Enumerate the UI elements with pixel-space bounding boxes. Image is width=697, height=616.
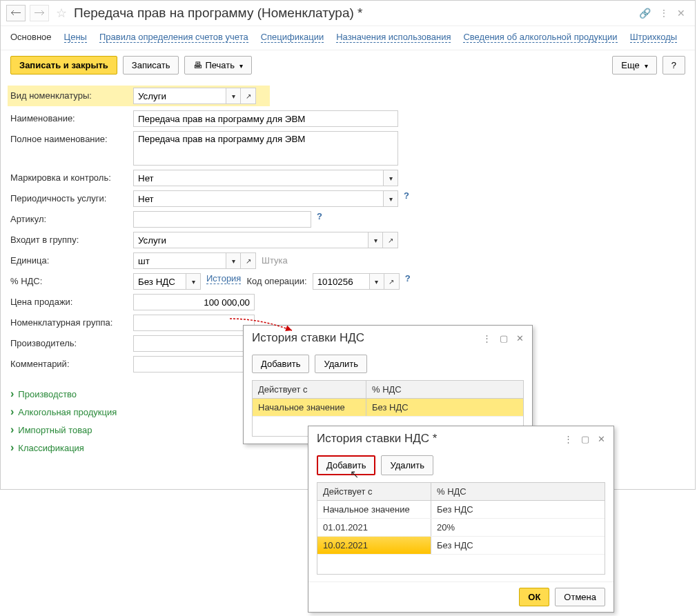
maximize-icon[interactable]: ▢ (500, 333, 508, 344)
dropdown-icon[interactable]: ▾ (383, 170, 398, 186)
group-input[interactable] (133, 232, 368, 248)
dropdown-icon[interactable]: ▾ (226, 252, 241, 269)
row-marking: Маркировка и контроль: ▾ (10, 170, 685, 186)
nomen-group-input[interactable] (133, 315, 255, 331)
dropdown-icon[interactable]: ▾ (368, 232, 383, 248)
manufacturer-label: Производитель: (10, 335, 128, 348)
caret-icon (237, 60, 243, 70)
help-icon[interactable]: ? (405, 273, 411, 284)
cell: 01.01.2021 (317, 519, 431, 536)
periodicity-input[interactable] (133, 190, 383, 207)
dropdown-icon[interactable]: ▾ (383, 190, 398, 207)
popup2-add-button[interactable]: Добавить (317, 455, 375, 475)
printer-icon: 🖶 (193, 60, 202, 70)
popup2-delete-button[interactable]: Удалить (381, 455, 433, 475)
marking-input[interactable] (133, 170, 383, 186)
cell: Без НДС (366, 399, 523, 416)
help-button[interactable]: ? (662, 56, 685, 74)
tab-alcohol[interactable]: Сведения об алкогольной продукции (463, 32, 617, 43)
back-button[interactable]: 🡐 (6, 5, 26, 21)
tab-accounts[interactable]: Правила определения счетов учета (99, 32, 248, 43)
row-periodicity: Периодичность услуги: ▾ ? (10, 190, 685, 207)
save-button[interactable]: Записать (123, 56, 179, 74)
close-icon[interactable]: ✕ (677, 8, 685, 19)
popup1-row-initial[interactable]: Начальное значение Без НДС (253, 399, 523, 417)
favorite-icon[interactable]: ☆ (56, 6, 67, 21)
popup1-col-from[interactable]: Действует с (253, 381, 366, 398)
tab-bar: Основное Цены Правила определения счетов… (1, 26, 695, 50)
popup2-grid: Действует с % НДС Начальное значение Без… (317, 482, 605, 575)
full-name-label: Полное наименование: (10, 131, 128, 144)
help-icon[interactable]: ? (317, 211, 322, 221)
tab-specs[interactable]: Спецификации (261, 32, 324, 43)
popup2-row[interactable]: Начальное значение Без НДС (317, 501, 605, 519)
nomen-type-label: Вид номенклатуры: (10, 88, 128, 101)
article-input[interactable] (133, 211, 311, 228)
row-sale-price: Цена продажи: (10, 294, 685, 310)
unit-input[interactable] (133, 252, 226, 269)
cell: 20% (431, 519, 605, 536)
group-label: Входит в группу: (10, 232, 128, 245)
tab-usage[interactable]: Назначения использования (336, 32, 451, 43)
history-link[interactable]: История (206, 273, 241, 284)
popup1-add-button[interactable]: Добавить (252, 355, 309, 373)
popup2-col-vat[interactable]: % НДС (431, 483, 605, 500)
dropdown-icon[interactable]: ▾ (186, 273, 201, 290)
cell: 10.02.2021 (317, 537, 431, 554)
vat-history-popup-2: История ставки НДС * ⋮ ▢ ✕ Добавить Удал… (308, 426, 614, 613)
name-label: Наименование: (10, 110, 128, 123)
cell: Без НДС (431, 501, 605, 518)
popup1-delete-button[interactable]: Удалить (315, 355, 367, 373)
row-nomen-type: Вид номенклатуры: ▾ ↗ (8, 86, 270, 106)
row-name: Наименование: (10, 110, 685, 127)
comment-label: Комментарий: (10, 356, 128, 369)
sale-price-input[interactable] (133, 294, 255, 310)
help-icon[interactable]: ? (404, 190, 409, 201)
full-name-input[interactable] (133, 131, 398, 166)
popup2-row[interactable]: 10.02.2021 Без НДС (317, 537, 605, 555)
popup2-ok-button[interactable]: ОК (519, 588, 549, 606)
close-icon[interactable]: ✕ (516, 333, 524, 344)
maximize-icon[interactable]: ▢ (581, 434, 589, 444)
popup2-cancel-button[interactable]: Отмена (555, 588, 605, 606)
cell: Начальное значение (317, 501, 431, 518)
popup2-col-from[interactable]: Действует с (317, 483, 431, 500)
tab-barcodes[interactable]: Штрихкоды (630, 32, 678, 43)
nomen-type-input[interactable] (133, 88, 226, 104)
print-button[interactable]: 🖶 Печать (184, 56, 252, 74)
vat-input[interactable] (133, 273, 186, 290)
close-icon[interactable]: ✕ (598, 434, 605, 444)
more-button[interactable]: Еще (612, 56, 656, 74)
open-ref-icon[interactable]: ↗ (383, 232, 398, 248)
popup1-col-vat[interactable]: % НДС (366, 381, 523, 398)
dropdown-icon[interactable]: ▾ (226, 88, 241, 104)
save-close-button[interactable]: Записать и закрыть (10, 56, 117, 74)
open-ref-icon[interactable]: ↗ (241, 88, 256, 104)
print-label: Печать (205, 60, 235, 70)
nomen-group-label: Номенклатурная группа: (10, 315, 128, 328)
open-ref-icon[interactable]: ↗ (384, 273, 400, 290)
forward-button[interactable]: 🡒 (30, 5, 49, 21)
caret-icon (642, 60, 648, 70)
tab-main[interactable]: Основное (10, 32, 52, 43)
row-article: Артикул: ? (10, 211, 685, 228)
menu-icon[interactable]: ⋮ (482, 333, 491, 344)
op-code-input[interactable] (313, 273, 369, 290)
menu-icon[interactable]: ⋮ (659, 8, 669, 19)
popup2-row[interactable]: 01.01.2021 20% (317, 519, 605, 537)
article-label: Артикул: (10, 211, 128, 224)
sale-price-label: Цена продажи: (10, 294, 128, 307)
dropdown-icon[interactable]: ▾ (369, 273, 384, 290)
more-label: Еще (621, 60, 639, 70)
comment-input[interactable] (133, 356, 255, 372)
name-input[interactable] (133, 110, 398, 127)
periodicity-label: Периодичность услуги: (10, 190, 128, 203)
tab-prices[interactable]: Цены (64, 32, 87, 43)
header-bar: 🡐 🡒 ☆ Передача прав на программу (Номенк… (1, 1, 695, 26)
open-ref-icon[interactable]: ↗ (241, 252, 256, 269)
menu-icon[interactable]: ⋮ (564, 434, 573, 444)
unit-label: Единица: (10, 252, 128, 266)
row-unit: Единица: ▾ ↗ Штука (10, 252, 685, 269)
manufacturer-input[interactable] (133, 335, 255, 352)
link-icon[interactable]: 🔗 (639, 8, 651, 19)
